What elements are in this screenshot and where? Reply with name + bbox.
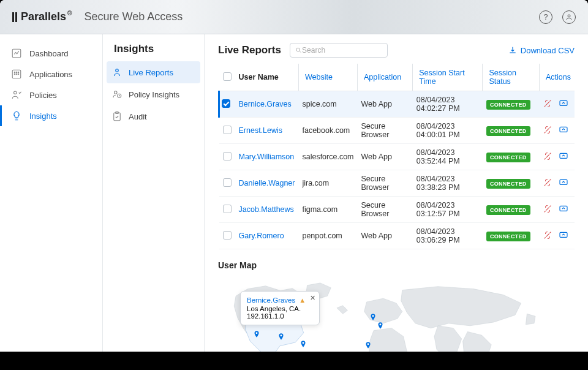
- svg-point-24: [303, 342, 304, 344]
- tooltip-close-icon[interactable]: ✕: [310, 294, 315, 302]
- map-pin[interactable]: [376, 320, 385, 329]
- row-user[interactable]: Bernice.Graves: [239, 100, 292, 108]
- table-row[interactable]: Danielle.Wagnerjira.comSecure Browser08/…: [219, 170, 575, 197]
- account-icon[interactable]: [562, 10, 576, 24]
- svg-rect-21: [560, 232, 567, 237]
- search-input[interactable]: [302, 46, 382, 55]
- brand-logo: Parallels®: [12, 10, 72, 23]
- map-pin[interactable]: [252, 329, 261, 338]
- table-row[interactable]: Mary.Williamsonsalesforce.comWeb App08/0…: [219, 144, 575, 170]
- policy-insight-icon: [111, 89, 123, 100]
- top-bar: Parallels® Secure Web Access ?: [0, 0, 588, 34]
- table-row[interactable]: Ernest.Lewisfacebook.comSecure Browser08…: [219, 118, 575, 144]
- svg-rect-16: [560, 100, 567, 105]
- col-user[interactable]: User Name: [235, 64, 299, 91]
- tooltip-user: Bernice.Graves: [247, 296, 295, 304]
- table-row[interactable]: Gary.Romeropenpot.comWeb App08/04/2023 0…: [219, 223, 575, 249]
- row-website: penpot.com: [298, 223, 357, 249]
- disconnect-action[interactable]: [543, 151, 552, 163]
- row-application: Secure Browser: [358, 197, 413, 223]
- col-actions: Actions: [539, 64, 575, 91]
- subnav-label: Live Reports: [129, 68, 173, 77]
- screen-action[interactable]: [559, 151, 568, 163]
- user-report-icon: [111, 67, 123, 78]
- col-session-status[interactable]: Session Status: [483, 64, 540, 91]
- screen-action[interactable]: [559, 178, 568, 189]
- svg-rect-18: [560, 153, 567, 158]
- col-session-start[interactable]: Session Start Time: [413, 64, 483, 91]
- svg-point-22: [256, 332, 258, 334]
- row-user[interactable]: Gary.Romero: [239, 232, 284, 240]
- help-icon[interactable]: ?: [539, 10, 552, 24]
- row-session-start: 08/04/2023 03:52:44 PM: [413, 144, 483, 170]
- row-checkbox[interactable]: [223, 126, 232, 134]
- page-title: Live Reports: [218, 44, 281, 56]
- subnav-policy-insights[interactable]: Policy Insights: [103, 83, 204, 105]
- map-pin[interactable]: [277, 331, 285, 340]
- map-tooltip: ✕ Bernice.Graves▲ Los Angeles, CA. 192.1…: [240, 291, 320, 325]
- svg-point-0: [568, 15, 570, 17]
- row-checkbox[interactable]: [223, 178, 232, 187]
- row-checkbox[interactable]: [223, 231, 232, 240]
- row-user[interactable]: Ernest.Lewis: [239, 126, 283, 135]
- apps-icon: [11, 69, 22, 80]
- svg-point-27: [368, 343, 369, 345]
- live-reports-table: User Name Website Application Session St…: [218, 64, 575, 249]
- screen-action[interactable]: [559, 99, 568, 110]
- screen-action[interactable]: [559, 125, 568, 137]
- download-label: Download CSV: [521, 46, 575, 55]
- row-application: Secure Browser: [358, 170, 413, 197]
- svg-point-7: [16, 74, 17, 75]
- disconnect-action[interactable]: [543, 125, 552, 137]
- map-pin[interactable]: [364, 340, 372, 349]
- download-csv-link[interactable]: Download CSV: [508, 46, 575, 55]
- svg-point-23: [281, 334, 282, 336]
- screen-action-icon: [559, 99, 568, 108]
- subnav-audit[interactable]: Audit: [103, 105, 204, 127]
- map-pin[interactable]: [299, 339, 307, 347]
- row-application: Web App: [358, 91, 413, 118]
- nav-applications[interactable]: Applications: [0, 64, 102, 85]
- row-checkbox[interactable]: [223, 205, 232, 213]
- disconnect-action-icon: [543, 151, 552, 161]
- row-user[interactable]: Danielle.Wagner: [239, 179, 295, 187]
- nav-dashboard[interactable]: Dashboard: [0, 43, 102, 64]
- screen-action[interactable]: [559, 230, 568, 242]
- col-application[interactable]: Application: [358, 64, 413, 91]
- map-pin[interactable]: [369, 312, 377, 320]
- user-map-title: User Map: [218, 260, 575, 270]
- tooltip-ip: 192.161.1.0: [247, 312, 313, 320]
- nav-label: Policies: [29, 91, 57, 100]
- row-website: jira.com: [298, 170, 357, 197]
- row-application: Web App: [358, 144, 413, 170]
- disconnect-action[interactable]: [543, 230, 552, 242]
- table-row[interactable]: Jacob.Matthewsfigma.comSecure Browser08/…: [219, 197, 575, 223]
- nav-policies[interactable]: Policies: [0, 85, 102, 105]
- search-box[interactable]: [290, 43, 388, 58]
- row-user[interactable]: Mary.Williamson: [239, 153, 295, 161]
- row-user[interactable]: Jacob.Matthews: [239, 205, 294, 214]
- row-session-start: 08/04/2023 04:00:01 PM: [413, 118, 483, 144]
- secondary-nav-title: Insights: [103, 34, 204, 61]
- screen-action[interactable]: [559, 204, 568, 216]
- disconnect-action-icon: [543, 204, 552, 214]
- subnav-live-reports[interactable]: Live Reports: [107, 61, 200, 83]
- disconnect-action[interactable]: [543, 204, 552, 216]
- table-row[interactable]: Bernice.Gravesspice.comWeb App08/04/2023…: [219, 91, 575, 118]
- row-checkbox[interactable]: [223, 152, 232, 160]
- disconnect-action[interactable]: [543, 178, 552, 189]
- col-website[interactable]: Website: [298, 64, 357, 91]
- disconnect-action-icon: [543, 178, 552, 187]
- row-session-start: 08/04/2023 03:12:57 PM: [413, 197, 483, 223]
- disconnect-action[interactable]: [543, 99, 552, 110]
- select-all-checkbox[interactable]: [223, 72, 232, 81]
- nav-insights[interactable]: Insights: [0, 105, 102, 126]
- row-application: Web App: [358, 223, 413, 249]
- row-checkbox[interactable]: [222, 99, 230, 108]
- subnav-label: Audit: [129, 112, 147, 121]
- svg-point-9: [14, 91, 17, 94]
- audit-icon: [111, 111, 123, 122]
- warning-icon: ▲: [299, 296, 306, 304]
- svg-point-11: [115, 91, 118, 94]
- user-map[interactable]: ✕ Bernice.Graves▲ Los Angeles, CA. 192.1…: [218, 276, 575, 352]
